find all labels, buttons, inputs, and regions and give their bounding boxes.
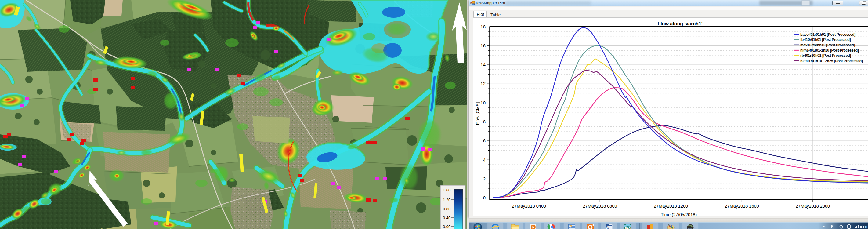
svg-text:10: 10	[864, 225, 868, 229]
svg-text:W: W	[606, 226, 609, 229]
svg-text:RAS: RAS	[625, 227, 630, 229]
